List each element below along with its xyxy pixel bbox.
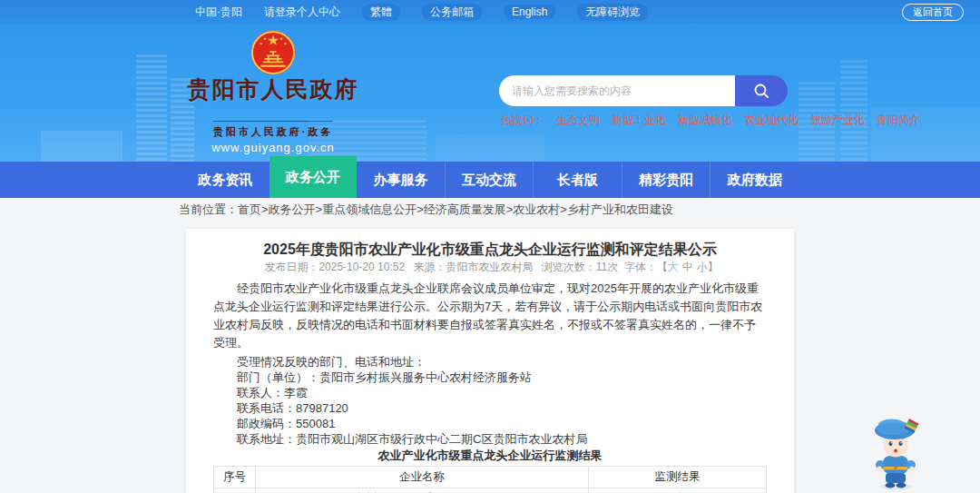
search-button[interactable]: [735, 75, 788, 106]
contact-postcode: 邮政编码：550081: [213, 418, 767, 429]
search-bar: [499, 75, 788, 106]
hot-search-row: 热搜词： 生态文明 新型工业化 新型城镇化 农业现代化 旅游产业化 贵阳简介: [501, 113, 920, 128]
hot-search-term[interactable]: 新型工业化: [612, 113, 666, 128]
contact-address: 联系地址：贵阳市观山湖区市级行政中心二期C区贵阳市农业农村局: [213, 433, 767, 445]
tab-gov-data[interactable]: 政府数据: [710, 162, 799, 198]
tab-services[interactable]: 办事服务: [357, 162, 445, 198]
hot-search-term[interactable]: 旅游产业化: [810, 113, 865, 128]
font-size-medium-button[interactable]: 中: [682, 261, 693, 273]
site-name: 贵阳市人民政府: [186, 77, 360, 102]
contact-department: 部门（单位）：贵阳市乡村振兴服务中心农村经济服务站: [213, 371, 767, 383]
publish-date: 发布日期：2025-10-20 10:52: [264, 261, 405, 273]
tab-news[interactable]: 政务资讯: [181, 162, 270, 198]
topbar: 中国·贵阳 请登录个人中心 繁體 公务邮箱 English 无障碍浏览 返回首页: [0, 0, 980, 24]
cell-company: 贵州合力超市采购有限公司: [256, 488, 589, 493]
hot-search-term[interactable]: 生态文明: [556, 113, 600, 128]
article-card: 2025年度贵阳市农业产业化市级重点龙头企业运行监测和评定结果公示 发布日期：2…: [186, 229, 794, 493]
cell-no: 1: [214, 488, 256, 493]
breadcrumb: 当前位置：首页>政务公开>重点领域信息公开>经济高质量发展>农业农村>乡村产业和…: [179, 202, 673, 218]
topbar-link-traditional[interactable]: 繁體: [362, 4, 400, 21]
main-nav: 政务资讯 政务公开 办事服务 互动交流 长者版 精彩贵阳 政府数据: [0, 162, 980, 198]
site-url: www.guiyang.gov.cn: [186, 141, 360, 154]
site-subtitle: 贵阳市人民政府·政务: [213, 121, 334, 139]
font-size-small-button[interactable]: 小: [697, 261, 708, 273]
header-banner: 贵阳市人民政府 贵阳市人民政府·政务 www.guiyang.gov.cn 热搜…: [0, 24, 980, 162]
cell-result: 合格: [589, 488, 767, 493]
tab-elderly-version[interactable]: 长者版: [533, 162, 622, 198]
nav-tabs: 政务资讯 政务公开 办事服务 互动交流 长者版 精彩贵阳 政府数据: [181, 162, 799, 198]
font-size-large-button[interactable]: 大: [668, 261, 679, 273]
article-paragraph: 受理情况反映的部门、电话和地址：: [213, 356, 767, 368]
tab-disclosure[interactable]: 政务公开: [270, 156, 358, 198]
hot-search-term[interactable]: 贵阳简介: [877, 113, 920, 128]
tab-interaction[interactable]: 互动交流: [445, 162, 534, 198]
table-header-row: 序号 企业名称 监测结果: [214, 467, 767, 488]
source: 来源：贵阳市农业农村局: [413, 261, 533, 273]
hot-search-term[interactable]: 新型城镇化: [678, 113, 732, 128]
return-home-button[interactable]: 返回首页: [902, 4, 964, 21]
font-size-label: 字体：【: [624, 261, 668, 273]
search-input[interactable]: [499, 75, 735, 106]
monitor-table: 序号 企业名称 监测结果 1 贵州合力超市采购有限公司 合格 2 贵州友禾种业有…: [213, 466, 767, 493]
breadcrumb-label: 当前位置：: [179, 202, 238, 216]
col-header-company: 企业名称: [256, 467, 589, 488]
topbar-links: 中国·贵阳 请登录个人中心 繁體 公务邮箱 English 无障碍浏览: [195, 4, 648, 21]
tab-highlights[interactable]: 精彩贵阳: [622, 162, 710, 198]
contact-phone: 联系电话：87987120: [213, 402, 767, 414]
contact-person: 联系人：李霞: [213, 387, 767, 399]
national-emblem-icon: [250, 29, 297, 76]
view-count: 浏览次数：11次: [542, 261, 618, 273]
topbar-link-accessibility[interactable]: 无障碍浏览: [577, 4, 648, 21]
site-logo[interactable]: 贵阳市人民政府 贵阳市人民政府·政务 www.guiyang.gov.cn: [186, 29, 360, 154]
mascot-character[interactable]: [866, 415, 926, 491]
hot-search-term[interactable]: 农业现代化: [744, 113, 799, 128]
breadcrumb-path[interactable]: 首页>政务公开>重点领域信息公开>经济高质量发展>农业农村>乡村产业和农田建设: [238, 202, 673, 216]
col-header-result: 监测结果: [589, 467, 767, 488]
topbar-link-login[interactable]: 请登录个人中心: [264, 5, 340, 20]
table-caption: 农业产业化市级重点龙头企业运行监测结果: [213, 449, 767, 462]
page-title: 2025年度贵阳市农业产业化市级重点龙头企业运行监测和评定结果公示: [213, 242, 767, 257]
article-meta: 发布日期：2025-10-20 10:52 来源：贵阳市农业农村局 浏览次数：1…: [213, 261, 767, 273]
table-row: 1 贵州合力超市采购有限公司 合格: [214, 488, 767, 493]
topbar-link-mail[interactable]: 公务邮箱: [422, 4, 482, 21]
page-root: 中国·贵阳 请登录个人中心 繁體 公务邮箱 English 无障碍浏览 返回首页: [0, 0, 980, 493]
article-paragraph: 经贵阳市农业产业化市级重点龙头企业联席会议成员单位审定，现对2025年开展的农业…: [213, 280, 767, 352]
font-size-label-close: 】: [708, 261, 719, 273]
topbar-link-english[interactable]: English: [504, 5, 555, 19]
topbar-link-china-guiyang[interactable]: 中国·贵阳: [195, 5, 242, 20]
hot-search-label: 热搜词：: [501, 113, 544, 128]
magnifier-icon: [752, 82, 770, 100]
col-header-no: 序号: [214, 467, 256, 488]
